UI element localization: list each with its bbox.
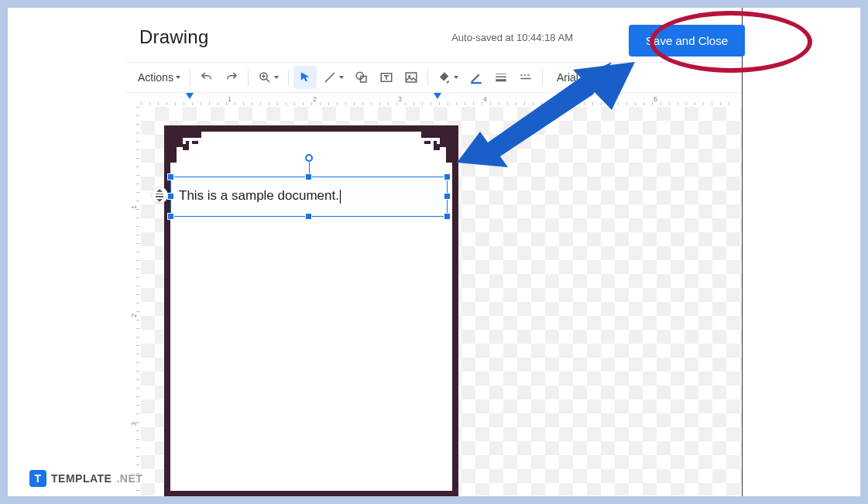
zoom-icon bbox=[258, 70, 272, 84]
tab-marker[interactable] bbox=[186, 93, 194, 99]
ruler-number: 1 bbox=[228, 95, 232, 103]
ruler-number: 5 bbox=[568, 95, 572, 103]
svg-rect-4 bbox=[406, 73, 417, 82]
rotate-handle[interactable] bbox=[305, 154, 313, 162]
horizontal-ruler[interactable]: 1 2 3 4 5 6 bbox=[141, 93, 742, 107]
text-cursor bbox=[340, 190, 341, 204]
actions-menu[interactable]: Actions bbox=[133, 66, 185, 89]
resize-handle[interactable] bbox=[305, 173, 312, 180]
resize-handle[interactable] bbox=[167, 193, 174, 200]
image-icon bbox=[404, 70, 418, 84]
watermark-suffix: .NET bbox=[116, 472, 142, 485]
ruler-number: 2 bbox=[130, 314, 138, 317]
resize-handle[interactable] bbox=[305, 213, 312, 220]
save-and-close-button[interactable]: Save and Close bbox=[629, 25, 745, 57]
resize-handle[interactable] bbox=[167, 173, 174, 180]
autofit-handle[interactable] bbox=[151, 187, 168, 204]
pen-icon bbox=[469, 70, 483, 84]
undo-button[interactable] bbox=[195, 66, 218, 89]
separator bbox=[190, 69, 190, 86]
chevron-down-icon bbox=[454, 76, 458, 79]
line-icon bbox=[323, 70, 337, 84]
actions-label: Actions bbox=[138, 71, 173, 84]
textbox-text-value: This is a sample document. bbox=[179, 188, 339, 203]
chevron-down-icon bbox=[274, 76, 279, 79]
app-frame: Drawing Auto-saved at 10:44:18 AM Save a… bbox=[8, 8, 860, 496]
fill-icon bbox=[437, 70, 451, 84]
resize-handle[interactable] bbox=[444, 173, 451, 180]
autosave-status: Auto-saved at 10:44:18 AM bbox=[451, 32, 573, 43]
more-icon: ••• bbox=[613, 72, 629, 84]
ruler-number: 2 bbox=[313, 95, 317, 103]
selected-textbox[interactable]: This is a sample document. bbox=[170, 177, 448, 217]
watermark-badge: T bbox=[29, 470, 46, 487]
svg-rect-6 bbox=[471, 82, 482, 84]
more-options-button[interactable]: ••• bbox=[609, 66, 633, 89]
resize-handle[interactable] bbox=[444, 193, 451, 200]
line-dash-icon bbox=[519, 70, 533, 84]
line-tool-button[interactable] bbox=[318, 66, 348, 89]
svg-rect-8 bbox=[192, 141, 198, 144]
border-dash-button[interactable] bbox=[514, 66, 537, 89]
textbox-content[interactable]: This is a sample document. bbox=[171, 177, 447, 214]
redo-icon bbox=[225, 70, 238, 84]
watermark-name: TEMPLATE bbox=[51, 472, 112, 485]
chevron-down-icon bbox=[598, 76, 602, 79]
tab-marker[interactable] bbox=[434, 93, 441, 99]
chevron-down-icon bbox=[339, 76, 344, 79]
rotate-connector bbox=[309, 162, 310, 174]
fill-color-button[interactable] bbox=[433, 66, 463, 89]
textbox-icon bbox=[379, 70, 393, 84]
separator bbox=[248, 69, 249, 86]
chevron-down-icon bbox=[176, 76, 180, 79]
corner-ornament-icon bbox=[421, 132, 452, 163]
ruler-number: 6 bbox=[654, 95, 657, 103]
cursor-icon bbox=[298, 70, 312, 84]
ruler-number: 3 bbox=[398, 95, 402, 103]
resize-handle[interactable] bbox=[444, 213, 451, 220]
ruler-number: 4 bbox=[483, 95, 487, 103]
font-family-label: Arial bbox=[552, 71, 595, 84]
font-family-select[interactable]: Arial bbox=[547, 66, 607, 89]
drawing-dialog: Drawing Auto-saved at 10:44:18 AM Save a… bbox=[125, 8, 743, 496]
resize-handle[interactable] bbox=[167, 213, 174, 220]
border-weight-button[interactable] bbox=[489, 66, 513, 89]
undo-icon bbox=[200, 70, 214, 84]
watermark: T TEMPLATE.NET bbox=[29, 470, 142, 487]
separator bbox=[288, 69, 289, 86]
separator bbox=[542, 69, 543, 86]
vertical-ruler[interactable]: 1 2 3 bbox=[127, 107, 141, 495]
redo-button[interactable] bbox=[220, 66, 243, 89]
image-tool-button[interactable] bbox=[400, 66, 423, 89]
shape-icon bbox=[355, 70, 369, 84]
border-color-button[interactable] bbox=[465, 66, 488, 89]
svg-rect-10 bbox=[424, 141, 431, 144]
svg-rect-7 bbox=[186, 141, 189, 144]
line-weight-icon bbox=[494, 70, 508, 84]
dialog-title: Drawing bbox=[139, 26, 208, 48]
zoom-button[interactable] bbox=[253, 66, 283, 89]
toolbar: Actions Arial ••• bbox=[125, 62, 742, 93]
canvas-area: 1 2 3 4 5 6 1 2 3 bbox=[125, 93, 742, 495]
select-tool-button[interactable] bbox=[293, 66, 317, 89]
separator bbox=[427, 69, 428, 86]
textbox-tool-button[interactable] bbox=[375, 66, 398, 89]
svg-rect-9 bbox=[434, 141, 437, 144]
corner-ornament-icon bbox=[170, 132, 201, 163]
drawing-canvas[interactable]: This is a sample document. bbox=[141, 107, 742, 495]
shape-tool-button[interactable] bbox=[350, 66, 373, 89]
